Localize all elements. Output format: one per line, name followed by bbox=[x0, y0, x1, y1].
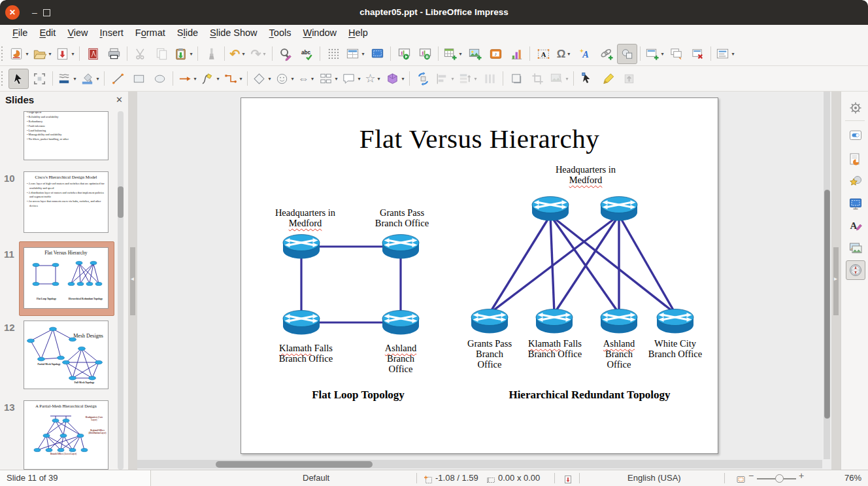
3d-objects-button[interactable]: ▾ bbox=[384, 69, 407, 89]
dropdown-arrow-icon[interactable]: ▾ bbox=[71, 51, 76, 57]
zoom-level[interactable]: 76% bbox=[844, 470, 861, 486]
save-button[interactable]: ▾ bbox=[54, 44, 76, 64]
dropdown-arrow-icon[interactable]: ▾ bbox=[310, 76, 315, 82]
delete-slide-button[interactable] bbox=[688, 44, 708, 64]
slides-panel-scrollbar-track[interactable] bbox=[118, 111, 124, 470]
sidebar-tab-animation[interactable] bbox=[846, 149, 865, 169]
flowchart-button[interactable]: ▾ bbox=[318, 69, 340, 89]
slide-thumbnail-10[interactable]: Cisco's Hierarchical Design Model A core… bbox=[24, 171, 108, 233]
menu-view[interactable]: View bbox=[61, 25, 93, 42]
menu-window[interactable]: Window bbox=[297, 25, 342, 42]
diagram-node-label[interactable]: Headquarters inMedford bbox=[265, 207, 345, 228]
slides-panel-scrollbar-thumb[interactable] bbox=[118, 186, 124, 218]
menu-file[interactable]: File bbox=[7, 25, 33, 42]
zoom-in-button[interactable]: + bbox=[799, 470, 804, 481]
menu-edit[interactable]: Edit bbox=[33, 25, 61, 42]
insert-chart-button[interactable] bbox=[507, 44, 527, 64]
vertical-scrollbar[interactable] bbox=[822, 92, 831, 470]
slide-thumbnail-13[interactable]: A Partial-Mesh Hierarchical Design bbox=[24, 400, 108, 470]
dropdown-arrow-icon[interactable]: ▾ bbox=[25, 51, 30, 57]
spelling-button[interactable]: abc bbox=[297, 44, 317, 64]
connectors-button[interactable]: ▾ bbox=[222, 69, 244, 89]
start-first-slide-button[interactable] bbox=[394, 44, 414, 64]
sidebar-tab-master-slides[interactable] bbox=[846, 194, 865, 213]
undo-button[interactable]: ↶▾ bbox=[228, 44, 248, 64]
slide-layout-button[interactable]: ▾ bbox=[714, 44, 737, 64]
open-button[interactable]: ▾ bbox=[31, 44, 54, 64]
line-style-button[interactable]: ▾ bbox=[56, 69, 78, 89]
dropdown-arrow-icon[interactable]: ▾ bbox=[660, 51, 665, 57]
zoom-out-button[interactable]: − bbox=[748, 470, 754, 481]
dropdown-arrow-icon[interactable]: ▾ bbox=[216, 76, 221, 82]
menu-insert[interactable]: Insert bbox=[94, 25, 129, 42]
menu-help[interactable]: Help bbox=[342, 25, 374, 42]
dropdown-arrow-icon[interactable]: ▾ bbox=[566, 51, 571, 57]
diagram-node-label[interactable]: AshlandBranchOffice bbox=[370, 343, 431, 374]
stars-banners-button[interactable]: ☆▾ bbox=[363, 69, 384, 89]
diagram-node-label[interactable]: Klamath FallsBranch Office bbox=[262, 343, 350, 364]
dropdown-arrow-icon[interactable]: ▾ bbox=[95, 76, 101, 82]
diagram-node-label[interactable]: White CityBranch Office bbox=[637, 338, 714, 359]
dropdown-arrow-icon[interactable]: ▾ bbox=[48, 51, 53, 57]
dropdown-arrow-icon[interactable]: ▾ bbox=[193, 76, 198, 82]
gluepoints-button[interactable] bbox=[598, 69, 618, 89]
display-views-button[interactable]: ▾ bbox=[344, 44, 367, 64]
menu-slide[interactable]: Slide bbox=[171, 25, 204, 42]
text-language[interactable]: English (USA) bbox=[627, 470, 681, 486]
fill-color-button[interactable]: ▾ bbox=[79, 69, 101, 89]
new-slide-button[interactable]: ▾ bbox=[644, 44, 666, 64]
dropdown-arrow-icon[interactable]: ▾ bbox=[565, 76, 570, 82]
sidebar-tab-slide-transition[interactable] bbox=[846, 126, 865, 145]
dropdown-arrow-icon[interactable]: ▾ bbox=[334, 76, 339, 82]
vertical-scrollbar-thumb[interactable] bbox=[824, 190, 830, 419]
lines-arrows-button[interactable]: ▾ bbox=[176, 69, 199, 89]
rectangle-button[interactable] bbox=[129, 69, 149, 89]
menu-tools[interactable]: Tools bbox=[263, 25, 297, 42]
zoom-pan-button[interactable] bbox=[29, 69, 50, 89]
diagram-node-label[interactable]: Headquarters inMedford bbox=[542, 164, 629, 185]
fit-slide-icon[interactable] bbox=[736, 474, 746, 483]
sidebar-splitter[interactable]: ► bbox=[831, 92, 841, 470]
dropdown-arrow-icon[interactable]: ▾ bbox=[290, 76, 295, 82]
sidebar-tab-styles[interactable]: A bbox=[846, 216, 865, 235]
menu-format[interactable]: Format bbox=[129, 25, 171, 42]
dropdown-arrow-icon[interactable]: ▾ bbox=[73, 76, 78, 82]
diagram-node-label[interactable]: Grants PassBranchOffice bbox=[459, 338, 520, 370]
symbol-shapes-button[interactable]: ▾ bbox=[274, 69, 296, 89]
sidebar-tab-shapes[interactable] bbox=[846, 171, 865, 191]
print-button[interactable] bbox=[104, 44, 124, 64]
menu-slide-show[interactable]: Slide Show bbox=[204, 25, 263, 42]
slide-thumbnail-12[interactable]: Mesh Designs bbox=[24, 321, 108, 389]
hyperlink-button[interactable] bbox=[596, 44, 616, 64]
callouts-button[interactable]: ▾ bbox=[341, 69, 363, 89]
horizontal-scrollbar-thumb[interactable] bbox=[216, 461, 373, 468]
curves-polygons-button[interactable]: ▾ bbox=[199, 69, 222, 89]
sidebar-tab-navigator[interactable] bbox=[846, 260, 865, 280]
paste-button[interactable]: ▾ bbox=[173, 44, 195, 64]
insert-media-button[interactable]: ♪ bbox=[486, 44, 506, 64]
sidebar-tab-gallery[interactable] bbox=[846, 238, 865, 258]
dropdown-arrow-icon[interactable]: ▾ bbox=[361, 51, 366, 57]
dropdown-arrow-icon[interactable]: ▾ bbox=[189, 51, 194, 57]
find-replace-button[interactable] bbox=[276, 44, 296, 64]
toolbar-grip[interactable] bbox=[1, 71, 6, 86]
master-slide-button[interactable] bbox=[367, 44, 388, 64]
dropdown-arrow-icon[interactable]: ▾ bbox=[241, 51, 246, 57]
dropdown-arrow-icon[interactable]: ▾ bbox=[731, 51, 736, 57]
dropdown-arrow-icon[interactable]: ▾ bbox=[473, 76, 478, 82]
slides-panel-splitter[interactable]: ◄ bbox=[128, 92, 137, 470]
sidebar-tab-properties[interactable] bbox=[846, 98, 865, 118]
dropdown-arrow-icon[interactable]: ▾ bbox=[450, 76, 456, 82]
display-grid-button[interactable] bbox=[324, 44, 344, 64]
insert-image-button[interactable] bbox=[465, 44, 485, 64]
slide-thumbnail-11[interactable]: Flat Versus Hierarchy bbox=[24, 247, 108, 309]
special-character-button[interactable]: Ω▾ bbox=[554, 44, 575, 64]
insert-textbox-button[interactable]: A bbox=[533, 44, 554, 64]
slide-canvas[interactable]: Flat Versus Hierarchy Headquarters inMed… bbox=[137, 92, 822, 470]
dropdown-arrow-icon[interactable]: ▾ bbox=[267, 76, 273, 82]
dropdown-arrow-icon[interactable]: ▾ bbox=[357, 76, 362, 82]
insert-line-button[interactable] bbox=[108, 69, 128, 89]
toolbar-grip[interactable] bbox=[1, 46, 6, 61]
slides-panel-close-icon[interactable]: ✕ bbox=[116, 95, 123, 105]
draw-functions-button[interactable] bbox=[617, 44, 637, 64]
